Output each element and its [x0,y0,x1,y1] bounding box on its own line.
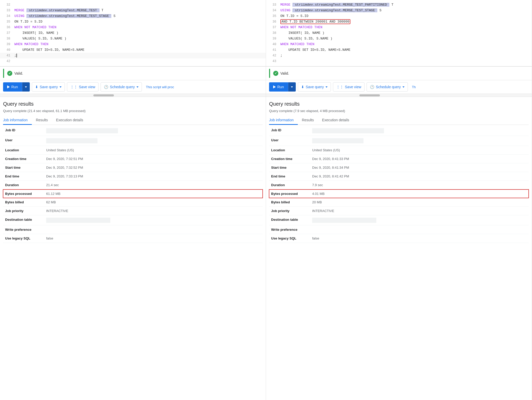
code-line-37: 37 INSERT( ID, NAME ) [0,30,266,36]
left-valid-text: Valid. [14,71,23,75]
left-save-query-button[interactable]: ⬇ Save query [32,82,65,92]
field-label: Job priority [269,207,310,215]
field-label: Write preference [3,225,44,234]
field-value [44,126,263,136]
table-row: Use legacy SQL false [269,234,529,243]
table-row: User [3,136,263,146]
left-run-main[interactable]: Run [3,82,22,92]
scrollbar-thumb[interactable] [93,94,114,96]
right-tab-results[interactable]: Results [298,116,318,125]
right-save-query-button[interactable]: ⬇ Save query [298,82,331,92]
code-line-32: 32 [0,2,266,8]
left-save-view-button[interactable]: ⋮⋮ Save view [67,82,99,92]
field-label: Creation time [269,155,310,163]
save-view-label: Save view [345,85,361,89]
field-value: Dec 9, 2020, 7:32:52 PM [44,163,263,172]
left-run-dropdown[interactable] [22,82,30,92]
right-schedule-query-button[interactable]: 🕐 Schedule query [367,82,408,92]
field-value [310,136,529,146]
right-run-dropdown[interactable] [288,82,296,92]
field-value [310,215,529,225]
field-value: INTERACTIVE [310,207,529,215]
save-icon: ⬇ [301,85,304,89]
left-results-title: Query results [3,101,263,107]
code-line-40: 40 WHEN MATCHED THEN [266,42,532,47]
right-results-section: Query results Query complete (7.9 sec el… [266,97,532,400]
field-label: End time [269,172,310,181]
table-row: Use legacy SQL false [3,234,263,243]
field-value [44,136,263,146]
valid-indicator [3,69,4,78]
left-tab-execution-details[interactable]: Execution details [52,116,87,125]
right-scrollbar[interactable] [266,94,532,97]
right-tab-execution-details[interactable]: Execution details [318,116,353,125]
right-valid-text: Valid. [280,71,289,75]
code-line-38: 38 VALUES( S.ID, S.NAME ) [0,36,266,42]
field-label: Bytes billed [269,198,310,207]
field-label: Creation time [3,155,44,163]
right-run-button[interactable]: Run [269,82,296,92]
code-line-42: 42 ; [266,53,532,58]
code-line-33: 33 MERGE `striimdev.streamingTest.MERGE_… [0,8,266,13]
left-script-notice: This script will proc [144,85,174,89]
save-view-label: Save view [79,85,95,89]
right-query-stats: Query complete (7.9 sec elapsed, 4 MB pr… [269,109,529,113]
left-info-table: Job ID User Location United States (US) … [3,126,263,243]
code-line-37: 37 WHEN NOT MATCHED THEN [266,25,532,30]
left-schedule-query-button[interactable]: 🕐 Schedule query [101,82,142,92]
save-query-label: Save query [40,85,58,89]
code-line-36: 36 WHEN NOT MATCHED THEN [0,25,266,30]
run-label: Run [11,85,18,89]
table-row: Creation time Dec 9, 2020, 8:41:33 PM [269,155,529,163]
field-value: Dec 9, 2020, 7:32:51 PM [44,155,263,163]
field-value: false [310,234,529,243]
save-icon: ⬇ [35,85,38,89]
right-tabs: Job information Results Execution detail… [269,116,529,125]
right-code-editor[interactable]: 33 MERGE `striimdev.streamingTest.MERGE_… [266,0,532,66]
save-query-label: Save query [306,85,324,89]
field-label: User [269,136,310,146]
left-tab-results[interactable]: Results [32,116,52,125]
code-line-39: 39 VALUES( S.ID, S.NAME ) [266,36,532,42]
table-row: Location United States (US) [3,146,263,155]
field-value [310,225,529,234]
table-row: End time Dec 9, 2020, 7:33:13 PM [3,172,263,181]
field-value: 61.12 MB [44,189,263,198]
play-icon [7,85,10,88]
right-results-title: Query results [269,101,529,107]
field-value: Dec 9, 2020, 8:41:34 PM [310,163,529,172]
chevron-down-icon [25,86,27,88]
right-panel: 33 MERGE `striimdev.streamingTest.MERGE_… [266,0,532,400]
left-run-button[interactable]: Run [3,82,30,92]
right-run-main[interactable]: Run [269,82,288,92]
valid-indicator [269,69,270,78]
table-row: Bytes billed 62 MB [3,198,263,207]
right-tab-job-information[interactable]: Job information [269,116,298,125]
grid-icon: ⋮⋮ [336,85,343,89]
schedule-query-label: Schedule query [110,85,135,89]
right-save-view-button[interactable]: ⋮⋮ Save view [333,82,365,92]
right-valid-bar: ✓ Valid. [266,66,532,80]
left-code-editor[interactable]: 32 33 MERGE `striimdev.streamingTest.MER… [0,0,266,66]
left-scrollbar[interactable] [0,94,266,97]
left-toolbar: Run ⬇ Save query ⋮⋮ Save view 🕐 Schedule… [0,80,266,94]
table-row: Write preference [3,225,263,234]
field-value [310,126,529,136]
table-row: Job ID [269,126,529,136]
bytes-processed-row: Bytes processed 61.12 MB [3,189,263,198]
field-value: false [44,234,263,243]
field-value: INTERACTIVE [44,207,263,215]
left-valid-bar: ✓ Valid. [0,66,266,80]
bytes-processed-row: Bytes processed 4.01 MB [269,189,529,198]
code-line-43: 43 [266,58,532,64]
field-value: 62 MB [44,198,263,207]
table-row: Write preference [269,225,529,234]
code-line-41: 41 UPDATE SET ID=S.ID, NAME=S.NAME [266,47,532,53]
field-label: Use legacy SQL [269,234,310,243]
field-value: 21.4 sec [44,181,263,189]
table-row: Destination table [3,215,263,225]
run-label: Run [277,85,284,89]
chevron-down-icon [60,86,62,88]
scrollbar-thumb[interactable] [359,94,380,96]
left-tab-job-information[interactable]: Job information [3,116,32,125]
